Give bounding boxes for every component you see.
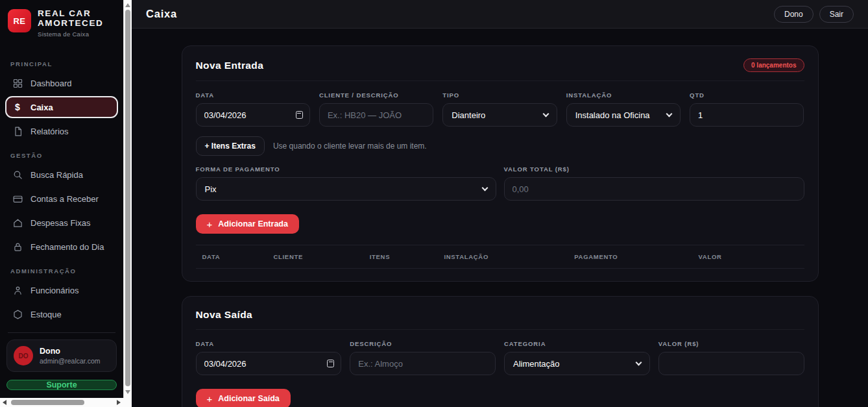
sidebar-item-funcionarios[interactable]: Funcionários (5, 279, 118, 301)
hexagon-icon (12, 308, 23, 320)
lock-icon (12, 241, 23, 253)
scroll-down-arrow-icon[interactable] (125, 390, 130, 394)
topbar-logout-button[interactable]: Sair (819, 6, 854, 23)
saida-data-label: DATA (196, 340, 342, 347)
user-card: DO Dono admin@realcar.com (6, 339, 117, 372)
person-icon (12, 284, 23, 296)
home-icon (12, 217, 23, 228)
support-button[interactable]: Suporte (6, 380, 117, 390)
scroll-right-arrow-icon[interactable] (117, 400, 121, 405)
horizontal-scrollbar-thumb[interactable] (11, 400, 84, 405)
section-label-gestao: GESTÃO (0, 152, 123, 159)
sidebar-item-label: Despesas Fixas (30, 218, 90, 228)
sidebar-item-label: Estoque (30, 310, 62, 319)
sidebar-vertical-scrollbar[interactable] (123, 0, 132, 398)
vertical-scrollbar-thumb[interactable] (125, 10, 130, 386)
adicionar-entrada-button[interactable]: + Adicionar Entrada (196, 214, 299, 234)
sidebar: RE REAL CAR AMORTECED Sistema de Caixa P… (0, 0, 123, 398)
search-icon (12, 169, 23, 180)
topbar-user-button[interactable]: Dono (774, 6, 814, 23)
brand-subtitle: Sistema de Caixa (38, 31, 103, 38)
entrada-th-data: DATA (202, 253, 274, 260)
extras-row: + Itens Extras Use quando o cliente leva… (196, 136, 804, 156)
chevron-down-icon (542, 110, 549, 117)
extras-hint: Use quando o cliente levar mais de um it… (273, 142, 427, 151)
sidebar-item-fechamento-do-dia[interactable]: Fechamento do Dia (5, 236, 118, 258)
entrada-th-itens: ITENS (370, 253, 444, 260)
calendar-icon[interactable] (296, 111, 303, 119)
entrada-th-instalacao: INSTALAÇÃO (444, 253, 574, 260)
brand-logo: RE (8, 9, 31, 32)
sidebar-nav: PRINCIPAL Dashboard $ Caixa Relatórios G… (0, 42, 123, 327)
sidebar-item-label: Contas a Receber (30, 194, 99, 204)
entrada-valor-field: VALOR TOTAL (R$) (504, 166, 804, 201)
entrada-pagamento-select[interactable]: Pix (196, 177, 496, 201)
brand-name-line2: AMORTECED (38, 19, 103, 29)
plus-icon: + (207, 219, 213, 230)
entrada-instalacao-select[interactable]: Instalado na Oficina (566, 103, 681, 127)
entrada-th-pagamento: PAGAMENTO (574, 253, 698, 260)
nova-saida-card: Nova Saída DATA DESCRIÇÃO (182, 296, 819, 407)
saida-categoria-value: Alimentação (513, 359, 560, 369)
entrada-tipo-select[interactable]: Dianteiro (442, 103, 557, 127)
topbar: Caixa Dono Sair (132, 0, 868, 29)
scroll-left-arrow-icon[interactable] (3, 400, 6, 405)
saida-descricao-input[interactable] (350, 352, 496, 375)
entrada-tipo-value: Dianteiro (452, 110, 485, 120)
saida-categoria-select[interactable]: Alimentação (504, 352, 650, 375)
sidebar-item-label: Busca Rápida (30, 170, 83, 180)
entrada-cliente-field: CLIENTE / DESCRIÇÃO (319, 92, 433, 127)
saida-categoria-label: CATEGORIA (504, 340, 650, 347)
sidebar-item-despesas-fixas[interactable]: Despesas Fixas (5, 212, 118, 234)
entrada-instalacao-field: INSTALAÇÃO Instalado na Oficina (566, 92, 681, 127)
adicionar-saida-button[interactable]: + Adicionar Saída (196, 389, 291, 407)
saida-valor-input[interactable] (658, 352, 804, 375)
entrada-th-valor: VALOR (699, 253, 798, 260)
brand-text: REAL CAR AMORTECED Sistema de Caixa (38, 9, 103, 38)
saida-card-title: Nova Saída (196, 309, 253, 321)
grid-icon (12, 77, 23, 89)
sidebar-item-caixa[interactable]: $ Caixa (5, 96, 118, 118)
sidebar-divider (8, 332, 115, 333)
entrada-card-header: Nova Entrada 0 lançamentos (196, 58, 804, 81)
content: Nova Entrada 0 lançamentos DATA CLIENTE … (132, 29, 868, 407)
entrada-table-header: DATA CLIENTE ITENS INSTALAÇÃO PAGAMENTO … (196, 245, 804, 269)
entrada-qtd-field: QTD (690, 92, 804, 127)
brand: RE REAL CAR AMORTECED Sistema de Caixa (0, 0, 123, 42)
entrada-instalacao-value: Instalado na Oficina (575, 110, 650, 120)
lancamentos-badge: 0 lançamentos (743, 58, 804, 72)
sidebar-item-contas-a-receber[interactable]: Contas a Receber (5, 188, 118, 210)
saida-valor-label: VALOR (R$) (658, 340, 804, 347)
sidebar-item-relatorios[interactable]: Relatórios (5, 120, 118, 142)
entrada-tipo-field: TIPO Dianteiro (442, 92, 557, 127)
entrada-qtd-input[interactable] (690, 103, 804, 127)
plus-icon: + (207, 393, 213, 404)
page-title: Caixa (146, 8, 177, 20)
sidebar-item-label: Dashboard (30, 79, 72, 88)
adicionar-saida-label: Adicionar Saída (218, 394, 279, 403)
entrada-cliente-label: CLIENTE / DESCRIÇÃO (319, 92, 433, 99)
entrada-data-label: DATA (196, 92, 310, 99)
entrada-cliente-input[interactable] (319, 103, 433, 127)
user-email: admin@realcar.com (40, 357, 101, 365)
entrada-tipo-label: TIPO (442, 92, 557, 99)
entrada-instalacao-label: INSTALAÇÃO (566, 92, 681, 99)
entrada-valor-input[interactable] (504, 177, 804, 201)
sidebar-item-busca-rapida[interactable]: Busca Rápida (5, 164, 118, 186)
itens-extras-button[interactable]: + Itens Extras (196, 136, 265, 156)
dollar-icon: $ (12, 101, 23, 113)
saida-card-header: Nova Saída (196, 309, 804, 330)
saida-valor-field: VALOR (R$) (658, 340, 804, 375)
entrada-pagamento-field: FORMA DE PAGAMENTO Pix (196, 166, 496, 201)
scroll-up-arrow-icon[interactable] (125, 3, 130, 7)
saida-data-input[interactable] (196, 352, 342, 375)
calendar-icon[interactable] (327, 360, 334, 367)
brand-name-line1: REAL CAR (38, 9, 103, 19)
avatar: DO (14, 346, 33, 365)
sidebar-horizontal-scrollbar[interactable] (0, 398, 132, 407)
sidebar-item-estoque[interactable]: Estoque (5, 303, 118, 325)
main-area: Caixa Dono Sair Nova Entrada 0 lançament… (132, 0, 868, 407)
entrada-data-input[interactable] (196, 103, 310, 127)
sidebar-item-dashboard[interactable]: Dashboard (5, 72, 118, 94)
entrada-valor-label: VALOR TOTAL (R$) (504, 166, 804, 173)
